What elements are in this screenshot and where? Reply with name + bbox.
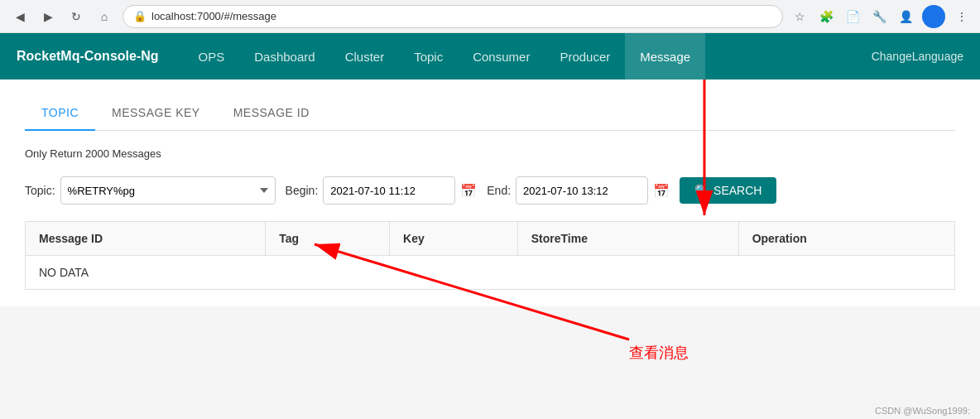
extensions-icon[interactable]: 🔧 — [869, 7, 889, 26]
search-button-label: SEARCH — [713, 184, 761, 197]
end-calendar-icon[interactable]: 📅 — [653, 183, 670, 199]
col-key: Key — [390, 222, 518, 256]
bookmark-icon[interactable]: ☆ — [790, 7, 809, 26]
no-data-row: NO DATA — [26, 256, 955, 290]
footer: CSDN @WuSong1999: — [865, 402, 980, 419]
topic-label: Topic: — [25, 184, 55, 197]
footer-text: CSDN @WuSong1999: — [875, 406, 970, 416]
browser-controls: ◀ ▶ ↻ ⌂ — [8, 5, 116, 28]
change-language[interactable]: ChangeLanguage — [872, 50, 963, 63]
end-input[interactable] — [516, 176, 648, 205]
tab-topic[interactable]: TOPIC — [25, 96, 95, 131]
navbar-item-cluster[interactable]: Cluster — [330, 33, 400, 79]
tab-message-key[interactable]: MESSAGE KEY — [95, 96, 217, 131]
navbar-item-producer[interactable]: Producer — [545, 33, 625, 79]
navbar-item-topic[interactable]: Topic — [399, 33, 458, 79]
account-icon[interactable]: 👤 — [896, 7, 915, 26]
end-label: End: — [487, 184, 511, 197]
notice-text: Only Return 2000 Messages — [25, 147, 955, 160]
main-content: TOPIC MESSAGE KEY MESSAGE ID Only Return… — [0, 79, 980, 306]
begin-calendar-icon[interactable]: 📅 — [460, 183, 477, 199]
topic-select[interactable]: %RETRY%pg — [60, 176, 276, 205]
navbar-brand: RocketMq-Console-Ng — [17, 49, 159, 64]
col-operation: Operation — [738, 222, 954, 256]
topic-group: Topic: %RETRY%pg — [25, 176, 276, 205]
user-avatar[interactable] — [922, 5, 945, 28]
begin-label: Begin: — [286, 184, 319, 197]
home-button[interactable]: ⌂ — [93, 5, 116, 28]
navbar-item-dashboard[interactable]: Dashboard — [239, 33, 329, 79]
url-text: localhost:7000/#/message — [151, 10, 276, 22]
no-data-text: NO DATA — [26, 256, 955, 290]
forward-button[interactable]: ▶ — [36, 5, 60, 28]
search-form: Topic: %RETRY%pg Begin: 📅 End: 📅 🔍 SEARC… — [25, 176, 955, 205]
browser-bar: ◀ ▶ ↻ ⌂ 🔒 localhost:7000/#/message ☆ 🧩 📄… — [0, 0, 980, 33]
refresh-button[interactable]: ↻ — [65, 5, 88, 28]
tab-message-id[interactable]: MESSAGE ID — [217, 96, 326, 131]
extension-icon[interactable]: 🧩 — [816, 7, 836, 26]
data-table: Message ID Tag Key StoreTime Operation N… — [25, 221, 955, 290]
address-bar[interactable]: 🔒 localhost:7000/#/message — [122, 5, 783, 28]
back-button[interactable]: ◀ — [8, 5, 31, 28]
search-button[interactable]: 🔍 SEARCH — [680, 177, 776, 204]
table-header-row: Message ID Tag Key StoreTime Operation — [26, 222, 955, 256]
pdf-icon[interactable]: 📄 — [843, 7, 862, 26]
end-group: End: 📅 — [487, 176, 670, 205]
browser-icons: ☆ 🧩 📄 🔧 👤 ⋮ — [790, 5, 972, 28]
col-storetime: StoreTime — [517, 222, 738, 256]
navbar-item-ops[interactable]: OPS — [184, 33, 240, 79]
begin-input[interactable] — [323, 176, 455, 205]
menu-icon[interactable]: ⋮ — [952, 7, 972, 26]
navbar: RocketMq-Console-Ng OPS Dashboard Cluste… — [0, 33, 980, 79]
svg-text:查看消息: 查看消息 — [629, 344, 689, 361]
tabs: TOPIC MESSAGE KEY MESSAGE ID — [25, 96, 955, 131]
col-tag: Tag — [266, 222, 390, 256]
search-icon: 🔍 — [694, 184, 709, 197]
lock-icon: 🔒 — [133, 10, 147, 22]
begin-group: Begin: 📅 — [286, 176, 478, 205]
col-message-id: Message ID — [26, 222, 266, 256]
navbar-item-consumer[interactable]: Consumer — [458, 33, 545, 79]
navbar-item-message[interactable]: Message — [625, 33, 705, 79]
